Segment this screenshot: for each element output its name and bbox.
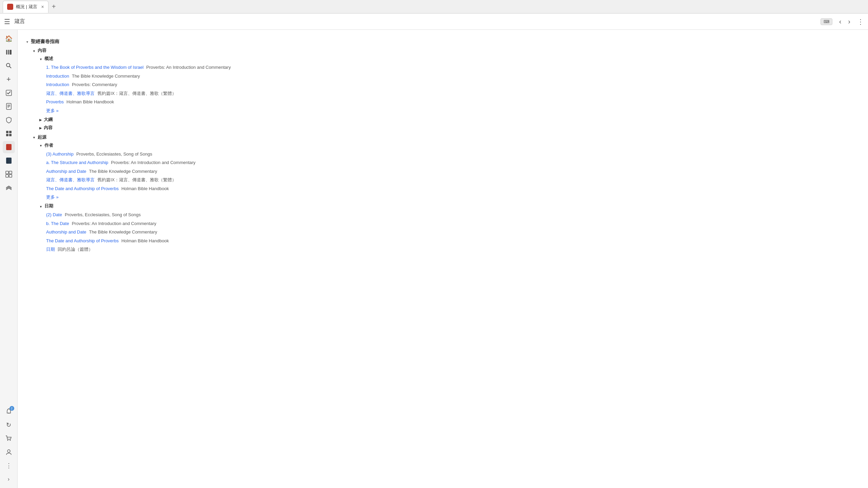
subsection-date-label: 日期: [44, 203, 53, 209]
sidebar-icon-book-dark[interactable]: [3, 155, 15, 167]
svg-rect-18: [6, 171, 8, 174]
subsection-overview-toggle[interactable]: [39, 56, 42, 61]
sidebar-icon-library[interactable]: [3, 46, 15, 58]
item-source: The Bible Knowledge Commentary: [72, 73, 140, 80]
tab-icon: [7, 4, 13, 10]
svg-rect-0: [6, 50, 7, 55]
nav-back-button[interactable]: ‹: [836, 16, 844, 27]
sidebar-icons: 🏠 +: [0, 30, 18, 488]
list-item: Authorship and Date The Bible Knowledge …: [26, 167, 860, 176]
subsection-author-toggle[interactable]: [39, 143, 42, 148]
item-link[interactable]: (2) Date: [46, 211, 62, 218]
sidebar-icon-modules[interactable]: [3, 168, 15, 180]
item-link[interactable]: 箴言、傳道書、雅歌導言: [46, 90, 95, 97]
more-link-overview[interactable]: 更多 »: [26, 108, 860, 114]
item-link[interactable]: The Date and Authorship of Proverbs: [46, 238, 119, 244]
subsection-outline-label: 大綱: [44, 117, 53, 123]
subsection-author: 作者: [26, 142, 860, 148]
svg-rect-10: [6, 131, 8, 133]
sidebar-icon-document[interactable]: [3, 100, 15, 113]
book-title: 箴言: [14, 18, 816, 25]
svg-rect-13: [9, 134, 12, 136]
more-link-author[interactable]: 更多 »: [26, 194, 860, 200]
list-item: Introduction The Bible Knowledge Comment…: [26, 72, 860, 81]
sidebar-icon-refresh[interactable]: ↻: [3, 419, 15, 431]
sidebar-icon-layers[interactable]: [3, 182, 15, 194]
item-link[interactable]: Authorship and Date: [46, 229, 86, 236]
item-source: Proverbs: An Introduction and Commentary: [146, 64, 231, 71]
list-item: Authorship and Date The Bible Knowledge …: [26, 228, 860, 237]
item-link[interactable]: 箴言、傳道書、雅歌導言: [46, 177, 95, 183]
tab-label: 概況 | 箴言: [16, 4, 37, 10]
svg-rect-16: [6, 158, 12, 164]
item-source: 回約呂論（篇體）: [58, 246, 93, 253]
sidebar-icon-cart[interactable]: [3, 432, 15, 445]
sidebar-icon-user[interactable]: [3, 446, 15, 458]
subsection-content-inner-toggle[interactable]: [39, 125, 42, 130]
sidebar-icon-home[interactable]: 🏠: [3, 33, 15, 45]
list-item: 箴言、傳道書、雅歌導言 舊約篇IX：箴言、傳道書、雅歌（繁體）: [26, 176, 860, 184]
subsection-outline-toggle[interactable]: [39, 117, 42, 122]
item-link[interactable]: Proverbs: [46, 99, 64, 105]
item-link[interactable]: Introduction: [46, 73, 69, 80]
item-source: Proverbs, Ecclesiastes, Song of Songs: [76, 151, 152, 158]
svg-rect-6: [6, 103, 11, 109]
list-item: a. The Structure and Authorship Proverbs…: [26, 158, 860, 167]
sidebar-icon-shield[interactable]: [3, 114, 15, 126]
sidebar-icon-search[interactable]: [3, 60, 15, 72]
sidebar-icon-book-red[interactable]: [3, 141, 15, 153]
active-tab[interactable]: 概況 | 箴言 ×: [3, 1, 48, 13]
subsection-date-toggle[interactable]: [39, 204, 42, 209]
top-section-header: 聖經書卷指南: [26, 39, 860, 45]
svg-rect-20: [6, 175, 8, 177]
list-item: The Date and Authorship of Proverbs Holm…: [26, 184, 860, 193]
subsection-overview: 概述: [26, 56, 860, 62]
svg-rect-14: [6, 144, 12, 150]
item-source: Proverbs: An Introduction and Commentary: [72, 220, 156, 227]
item-link[interactable]: a. The Structure and Authorship: [46, 159, 108, 166]
list-item: The Date and Authorship of Proverbs Holm…: [26, 237, 860, 245]
nav-forward-button[interactable]: ›: [845, 16, 853, 27]
item-source: 舊約篇IX：箴言、傳道書、雅歌（繁體）: [97, 90, 176, 97]
list-item: 日期 回約呂論（篇體）: [26, 245, 860, 254]
list-item: 箴言、傳道書、雅歌導言 舊約篇IX：箴言、傳道書、雅歌（繁體）: [26, 89, 860, 98]
item-link[interactable]: b. The Date: [46, 220, 69, 227]
section-content: 內容: [26, 47, 860, 54]
more-options-icon[interactable]: ⋮: [857, 18, 864, 26]
notification-badge: 2: [9, 406, 14, 411]
toolbar: ☰ 箴言 ⌨ ‹ › ⋮: [0, 14, 868, 30]
subsection-content-inner: 內容: [26, 125, 860, 131]
section-origin-toggle[interactable]: [33, 135, 36, 140]
svg-rect-21: [9, 175, 12, 177]
new-tab-button[interactable]: +: [50, 3, 58, 11]
sidebar-icon-notification[interactable]: 2: [3, 405, 15, 418]
main-layout: 🏠 +: [0, 30, 868, 488]
section-origin: 起源: [26, 134, 860, 140]
item-source: Proverbs: Commentary: [72, 81, 117, 88]
subsection-content-inner-label: 內容: [44, 125, 53, 131]
subsection-author-label: 作者: [44, 142, 53, 148]
sidebar-icon-expand[interactable]: ›: [3, 473, 15, 485]
item-source: Proverbs: An Introduction and Commentary: [111, 159, 195, 166]
sidebar-icon-check[interactable]: [3, 87, 15, 99]
svg-point-3: [6, 63, 10, 67]
sidebar-icon-grid[interactable]: [3, 127, 15, 140]
sidebar-icon-add[interactable]: +: [3, 73, 15, 85]
item-link[interactable]: 1. The Book of Proverbs and the Wisdom o…: [46, 64, 143, 71]
top-section-title: 聖經書卷指南: [31, 39, 59, 45]
item-link[interactable]: Authorship and Date: [46, 168, 86, 175]
svg-point-23: [7, 440, 8, 441]
subsection-overview-label: 概述: [44, 56, 53, 62]
menu-icon[interactable]: ☰: [4, 18, 10, 26]
item-link[interactable]: Introduction: [46, 81, 69, 88]
svg-rect-2: [9, 50, 12, 55]
sidebar-icon-more[interactable]: ⋮: [3, 460, 15, 472]
keyboard-button[interactable]: ⌨: [821, 18, 832, 25]
section-content-toggle[interactable]: [33, 48, 36, 53]
top-section-toggle[interactable]: [26, 39, 29, 44]
content-area: 聖經書卷指南 內容 概述 1. The Book of Proverbs and…: [18, 30, 868, 488]
item-link[interactable]: (3) Authorship: [46, 151, 74, 158]
item-link[interactable]: 日期: [46, 246, 55, 253]
item-link[interactable]: The Date and Authorship of Proverbs: [46, 185, 119, 192]
tab-close-button[interactable]: ×: [41, 4, 44, 9]
